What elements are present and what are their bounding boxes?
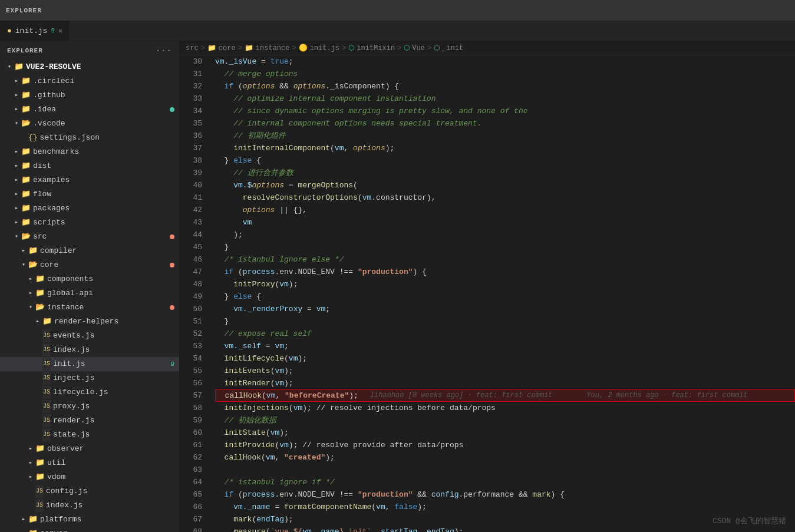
arrow-icon: ▸: [26, 457, 35, 470]
sep2: >: [238, 44, 242, 52]
bc-src: src: [186, 44, 199, 52]
arrow-icon: ▸: [19, 527, 28, 532]
code-text: );: [215, 229, 243, 241]
sidebar-item--circleci[interactable]: ▸📁.circleci: [0, 74, 179, 88]
sidebar-item-label: core: [40, 259, 170, 272]
sidebar-item-settings-json[interactable]: {}settings.json: [0, 131, 179, 145]
sidebar-item-global-api[interactable]: ▸📁global-api: [0, 286, 179, 300]
sidebar-item-observer[interactable]: ▸📁observer: [0, 442, 179, 456]
sidebar-item-label: server: [40, 527, 179, 532]
sidebar-item-scripts[interactable]: ▸📁scripts: [0, 216, 179, 230]
code-text: // 进行合并参数: [215, 167, 293, 179]
code-line: }: [215, 241, 795, 253]
sidebar-item-events-js[interactable]: JSevents.js: [0, 329, 179, 343]
sidebar-item-config-js[interactable]: JSconfig.js: [0, 484, 179, 498]
sidebar-item-root[interactable]: ▾ 📁 VUE2-RESOLVE: [0, 60, 179, 74]
code-line: } else {: [215, 290, 795, 303]
code-line: // merge options: [215, 68, 795, 80]
sidebar-item--github[interactable]: ▸📁.github: [0, 88, 179, 103]
line-number: 51: [180, 315, 202, 328]
sidebar-item-flow[interactable]: ▸📁flow: [0, 187, 179, 201]
line-number: 57: [180, 389, 202, 402]
sidebar-item-examples[interactable]: ▸📁examples: [0, 173, 179, 187]
sidebar-item-inject-js[interactable]: JSinject.js: [0, 371, 179, 385]
folder-icon: 📁: [35, 273, 45, 286]
line-number: 41: [180, 191, 202, 204]
file-icon: JS: [35, 485, 44, 498]
arrow-icon: ▾: [19, 259, 28, 272]
code-line: );: [215, 229, 795, 241]
code-text: // merge options: [215, 68, 298, 80]
code-line: // 初始化数据: [215, 414, 795, 427]
sidebar-item-lifecycle-js[interactable]: JSlifecycle.js: [0, 385, 179, 399]
code-text: // internal component options needs spec…: [215, 117, 481, 130]
code-line: // internal component options needs spec…: [215, 117, 795, 130]
code-text: }: [215, 241, 229, 253]
arrow-icon: ▾: [5, 61, 14, 74]
sidebar-item-src[interactable]: ▾📂src: [0, 230, 179, 244]
sidebar-item-core[interactable]: ▾📂core: [0, 258, 179, 272]
sidebar-item--vscode[interactable]: ▾📂.vscode: [0, 117, 179, 131]
folder-icon: 📁: [35, 442, 45, 455]
sidebar-item-label: .github: [33, 89, 179, 102]
arrow-icon: ▾: [12, 117, 21, 130]
sidebar-item-components[interactable]: ▸📁components: [0, 272, 179, 286]
file-icon: JS: [42, 343, 51, 356]
arrow-icon: ▸: [12, 174, 21, 187]
sidebar-item-compiler[interactable]: ▸📁compiler: [0, 244, 179, 258]
sidebar-item-platforms[interactable]: ▸📁platforms: [0, 513, 179, 527]
folder-icon: 📁: [21, 216, 31, 229]
code-text: callHook(vm, "beforeCreate");: [216, 389, 358, 402]
bc-icon4: ⬡: [348, 44, 354, 52]
code-line: /* istanbul ignore if */: [215, 476, 795, 488]
code-text: vm._renderProxy = vm;: [215, 303, 330, 315]
code-line: // since dynamic options merging is pret…: [215, 105, 795, 117]
line-number: 39: [180, 167, 202, 179]
editor-area[interactable]: 3031323334353637383940414243444546474849…: [180, 55, 795, 532]
sidebar-item-proxy-js[interactable]: JSproxy.js: [0, 399, 179, 414]
sidebar-item-state-js[interactable]: JSstate.js: [0, 428, 179, 442]
tab-init-js[interactable]: ● init.js 9 ✕: [0, 21, 70, 41]
sidebar-item-dist[interactable]: ▸📁dist: [0, 159, 179, 173]
sidebar-item-server[interactable]: ▸📁server: [0, 527, 179, 532]
sidebar-item-init-js[interactable]: JSinit.js9: [0, 357, 179, 371]
code-line: resolveConstructorOptions(vm.constructor…: [215, 191, 795, 204]
arrow-icon: ▾: [12, 230, 21, 243]
line-number: 50: [180, 303, 202, 315]
sidebar-item-label: .vscode: [33, 117, 179, 130]
sidebar-item-label: index.js: [53, 343, 179, 356]
sidebar-item-util[interactable]: ▸📁util: [0, 456, 179, 470]
line-number: 66: [180, 501, 202, 513]
sidebar-item-instance[interactable]: ▾📂instance: [0, 300, 179, 315]
code-text: vm._isVue = true;: [215, 55, 293, 68]
sidebar-item-index-js[interactable]: JSindex.js: [0, 343, 179, 357]
sidebar-item-label: index.js: [46, 499, 179, 512]
dot-indicator: [170, 305, 174, 310]
sep6: >: [427, 44, 431, 52]
git-blame: lihaohao [8 weeks ago] · feat: first com…: [370, 389, 748, 402]
sidebar-item-label: state.js: [53, 428, 179, 441]
line-number: 61: [180, 439, 202, 451]
sidebar-item-label: flow: [33, 188, 179, 201]
folder-icon: 📁: [42, 315, 52, 328]
bc-vue: Vue: [412, 44, 425, 52]
code-line: initInternalComponent(vm, options);: [215, 142, 795, 154]
file-icon: {}: [28, 131, 38, 144]
ellipsis-icon[interactable]: ···: [156, 46, 172, 55]
code-line: mark(endTag);: [215, 513, 795, 526]
code-line: initProvide(vm); // resolve provide afte…: [215, 439, 795, 451]
file-icon: JS: [42, 414, 51, 427]
sidebar-item-benchmarks[interactable]: ▸📁benchmarks: [0, 145, 179, 159]
sidebar-item-index-js[interactable]: JSindex.js: [0, 498, 179, 513]
sidebar-item-render-helpers[interactable]: ▸📁render-helpers: [0, 315, 179, 329]
sidebar-item-packages[interactable]: ▸📁packages: [0, 201, 179, 216]
tab-close-icon[interactable]: ✕: [58, 27, 62, 35]
file-icon: JS: [42, 372, 51, 385]
line-number: 62: [180, 451, 202, 464]
folder-icon: 📁: [35, 287, 45, 300]
sidebar-item--idea[interactable]: ▸📁.idea: [0, 103, 179, 117]
sidebar-item-render-js[interactable]: JSrender.js: [0, 414, 179, 428]
line-number: 67: [180, 513, 202, 526]
code-text: resolveConstructorOptions(vm.constructor…: [215, 191, 436, 204]
sidebar-item-vdom[interactable]: ▸📁vdom: [0, 470, 179, 484]
